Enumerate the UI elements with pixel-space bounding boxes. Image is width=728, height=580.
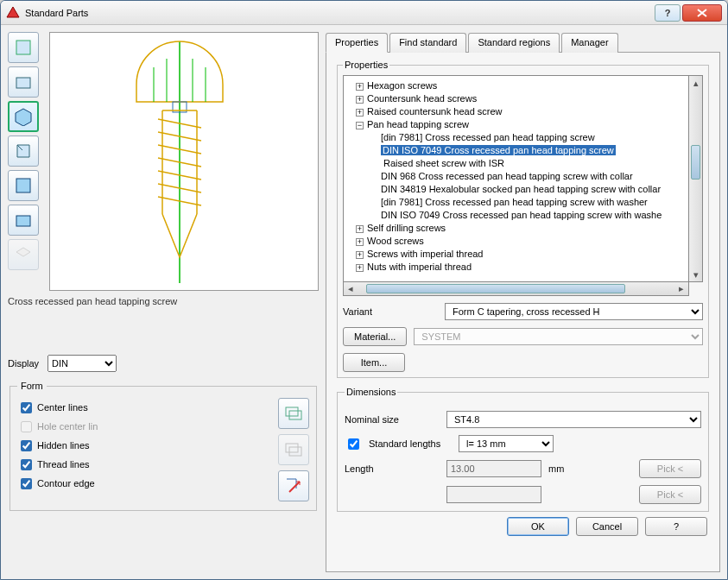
svg-marker-8 — [16, 248, 30, 256]
scroll-up-icon[interactable]: ▴ — [689, 76, 702, 90]
form-legend: Form — [17, 381, 47, 391]
pick-2-button: Pick < — [639, 485, 701, 504]
view-front-icon[interactable] — [8, 66, 39, 98]
tree-expand-icon[interactable]: + — [356, 109, 364, 117]
tree-item[interactable]: DIN 34819 Hexalobular socked pan head ta… — [345, 183, 687, 196]
dimensions-group: Dimensions Nominal size ST4.8 Standard l… — [337, 387, 709, 512]
vscroll-thumb[interactable] — [691, 145, 700, 180]
scroll-left-icon[interactable]: ◂ — [344, 283, 358, 294]
pick-1-button: Pick < — [639, 459, 701, 478]
tree-item[interactable]: +Nuts with imperial thread — [345, 261, 687, 274]
length-2-field — [446, 486, 541, 503]
part-preview — [49, 32, 319, 291]
thread-lines-label: Thread lines — [37, 459, 90, 470]
standard-lengths-checkbox[interactable] — [348, 438, 359, 450]
view-side-icon[interactable] — [8, 136, 39, 167]
svg-rect-2 — [16, 78, 30, 88]
tree-expand-icon[interactable]: + — [356, 238, 364, 246]
window-title: Standard Parts — [25, 8, 655, 18]
window-help-button[interactable]: ? — [655, 4, 681, 22]
material-select: SYSTEM — [414, 328, 703, 345]
hidden-lines-label: Hidden lines — [37, 440, 90, 451]
svg-rect-19 — [289, 411, 301, 419]
tree-item[interactable]: [din 7981] Cross recessed pan head tappi… — [345, 131, 687, 144]
tab-standard-regions[interactable]: Standard regions — [468, 33, 560, 53]
layer-options-icon[interactable] — [278, 398, 309, 429]
tree-expand-icon[interactable]: + — [356, 83, 364, 91]
standard-lengths-select[interactable]: l= 13 mm — [459, 435, 554, 452]
tree-expand-icon[interactable]: + — [356, 225, 364, 233]
svg-rect-21 — [289, 447, 301, 456]
tree-item[interactable]: −Pan head tapping screw — [345, 118, 687, 131]
view-rear-icon[interactable] — [8, 205, 39, 236]
tree-hscroll[interactable]: ◂ ▸ — [343, 282, 689, 296]
screw-drawing-icon — [50, 33, 309, 288]
nominal-size-select[interactable]: ST4.8 — [446, 411, 701, 428]
length-field — [446, 460, 541, 477]
contour-edge-label: Contour edge — [37, 478, 95, 489]
scroll-down-icon[interactable]: ▾ — [689, 268, 702, 281]
thread-lines-checkbox[interactable] — [21, 459, 32, 470]
length-label: Length — [345, 463, 440, 474]
tree-expand-icon[interactable]: − — [356, 122, 364, 129]
svg-rect-20 — [286, 444, 298, 452]
tab-find-standard[interactable]: Find standard — [389, 33, 466, 53]
view-bottom-icon[interactable] — [8, 170, 39, 201]
export-options-icon[interactable] — [278, 470, 309, 501]
tree-item[interactable]: [din 7981] Cross recessed pan head tappi… — [345, 196, 687, 209]
view-iso-icon[interactable] — [8, 101, 39, 132]
tree-item[interactable]: +Raised countersunk head screw — [345, 105, 687, 118]
svg-rect-6 — [16, 179, 30, 192]
tab-properties[interactable]: Properties — [326, 33, 388, 53]
scroll-right-icon[interactable]: ▸ — [674, 283, 688, 294]
dialog-buttons: OK Cancel ? — [335, 512, 711, 536]
tab-manager[interactable]: Manager — [561, 33, 617, 53]
dialog-window: Standard Parts ? — [0, 0, 728, 580]
help-button[interactable]: ? — [645, 517, 707, 536]
tree-item[interactable]: DIN 968 Cross recessed pan head tapping … — [345, 170, 687, 183]
material-button[interactable]: Material... — [343, 327, 407, 346]
tree-expand-icon[interactable]: + — [356, 264, 364, 272]
window-close-button[interactable] — [682, 4, 722, 22]
cancel-button[interactable]: Cancel — [576, 517, 638, 536]
tree-item[interactable]: DIN ISO 7049 Cross recessed pan head tap… — [345, 144, 687, 157]
tree-item[interactable]: +Screws with imperial thread — [345, 248, 687, 261]
center-lines-checkbox[interactable] — [21, 402, 32, 413]
svg-rect-1 — [16, 41, 30, 54]
dimensions-legend: Dimensions — [345, 387, 397, 397]
ok-button[interactable]: OK — [507, 517, 569, 536]
item-button[interactable]: Item... — [343, 353, 405, 372]
view-top-icon[interactable] — [8, 32, 39, 63]
variant-label: Variant — [343, 306, 438, 317]
right-panel: Properties Find standard Standard region… — [326, 32, 720, 572]
tree-item[interactable]: +Wood screws — [345, 235, 687, 248]
hidden-lines-checkbox[interactable] — [21, 440, 32, 451]
hole-center-checkbox — [21, 421, 32, 432]
hscroll-thumb[interactable] — [366, 284, 625, 293]
svg-rect-18 — [286, 407, 298, 416]
variant-select[interactable]: Form C tapering, cross recessed H — [445, 303, 703, 320]
left-panel: Cross recessed pan head tapping screw Di… — [8, 32, 319, 572]
svg-rect-7 — [16, 216, 30, 226]
center-lines-label: Center lines — [37, 402, 88, 413]
tree-vscroll[interactable]: ▴ ▾ — [689, 75, 703, 282]
form-group: Form Center lines Hole center lin Hidden… — [9, 381, 317, 511]
display-select[interactable]: DIN — [47, 355, 117, 372]
tree-expand-icon[interactable]: + — [356, 96, 364, 104]
contour-edge-checkbox[interactable] — [21, 478, 32, 489]
tree-item[interactable]: +Self drilling screws — [345, 222, 687, 235]
length-unit: mm — [548, 463, 574, 474]
titlebar: Standard Parts ? — [1, 1, 727, 25]
tree-expand-icon[interactable]: + — [356, 251, 364, 259]
tree-item[interactable]: Raised sheet screw with ISR — [345, 157, 687, 170]
preview-caption: Cross recessed pan head tapping screw — [8, 296, 319, 306]
standard-lengths-label: Standard lengths — [369, 438, 452, 449]
svg-marker-3 — [16, 109, 31, 126]
tree-item[interactable]: DIN ISO 7049 Cross recessed pan head tap… — [345, 209, 687, 222]
hole-center-label: Hole center lin — [37, 421, 98, 432]
layer-options-2-icon[interactable] — [278, 434, 309, 465]
tree-item[interactable]: +Hexagon screws — [345, 79, 687, 92]
standards-tree[interactable]: +Hexagon screws+Countersunk head screws+… — [343, 75, 689, 282]
view-3d-icon[interactable] — [8, 239, 39, 270]
tree-item[interactable]: +Countersunk head screws — [345, 92, 687, 105]
